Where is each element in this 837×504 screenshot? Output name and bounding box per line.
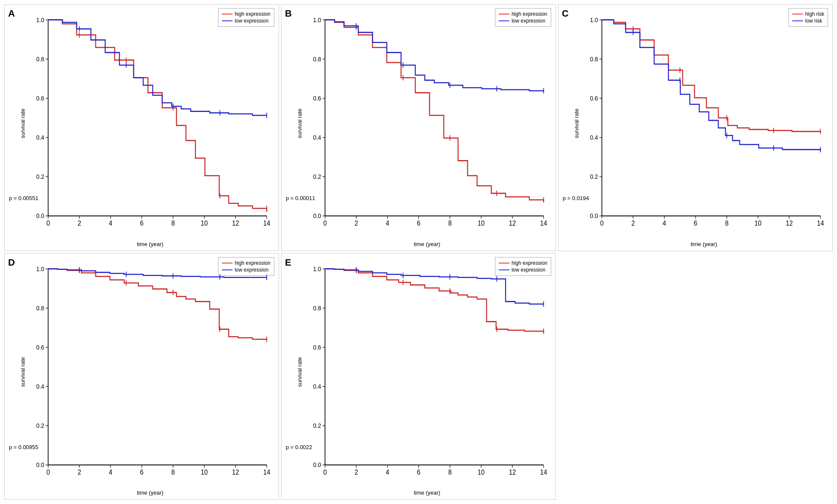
svg-text:0.8: 0.8: [590, 55, 598, 63]
svg-text:1.0: 1.0: [36, 16, 44, 23]
panel-D: Dhigh expressionlow expressionp = 0.0095…: [4, 253, 279, 500]
svg-text:0.4: 0.4: [590, 134, 598, 141]
panel-E: Ehigh expressionlow expressionp = 0.0022…: [281, 253, 556, 500]
svg-text:14: 14: [263, 220, 270, 227]
svg-text:2: 2: [354, 220, 358, 227]
svg-text:6: 6: [417, 220, 420, 227]
svg-text:0.6: 0.6: [590, 94, 598, 102]
chart-svg-B: 024681012140.00.20.40.60.81.0: [301, 9, 553, 238]
svg-text:6: 6: [140, 468, 144, 476]
svg-text:0.8: 0.8: [36, 304, 44, 312]
panel-label-C: C: [562, 8, 569, 19]
svg-text:10: 10: [754, 220, 762, 227]
svg-text:6: 6: [140, 220, 144, 227]
chart-svg-D: 024681012140.00.20.40.60.81.0: [24, 258, 276, 487]
svg-text:1.0: 1.0: [313, 16, 321, 23]
svg-text:0.8: 0.8: [313, 55, 321, 63]
svg-text:6: 6: [417, 468, 420, 476]
x-axis-label: time (year): [414, 241, 440, 247]
panel-A: Ahigh expressionlow expressionp = 0.0055…: [4, 4, 279, 251]
chart-svg-A: 024681012140.00.20.40.60.81.0: [24, 9, 276, 238]
svg-text:4: 4: [386, 468, 389, 476]
svg-text:8: 8: [725, 220, 728, 227]
chart-area-D: survival ratetime (year)024681012140.00.…: [24, 258, 276, 487]
svg-text:14: 14: [540, 468, 547, 476]
svg-text:2: 2: [78, 220, 81, 227]
svg-text:8: 8: [448, 220, 452, 227]
svg-text:2: 2: [78, 468, 81, 476]
svg-text:4: 4: [386, 220, 389, 227]
svg-text:8: 8: [171, 220, 175, 227]
svg-text:0: 0: [600, 220, 604, 227]
panel-B: Bhigh expressionlow expressionp = 0.0001…: [281, 4, 556, 251]
svg-text:0: 0: [46, 468, 50, 476]
chart-area-A: survival ratetime (year)024681012140.00.…: [24, 9, 276, 238]
svg-text:12: 12: [509, 220, 516, 227]
svg-text:0.2: 0.2: [36, 173, 44, 180]
svg-text:2: 2: [631, 220, 635, 227]
svg-text:0.8: 0.8: [313, 304, 321, 312]
svg-text:14: 14: [540, 220, 547, 227]
panel-label-B: B: [285, 8, 292, 19]
svg-text:0.0: 0.0: [36, 212, 44, 220]
svg-text:8: 8: [171, 468, 175, 476]
svg-text:12: 12: [509, 468, 516, 476]
svg-text:0.2: 0.2: [313, 422, 321, 429]
svg-text:0.0: 0.0: [313, 461, 321, 468]
panel-C: Chigh risklow riskp = 0.0194survival rat…: [558, 4, 833, 251]
svg-text:1.0: 1.0: [590, 16, 598, 23]
svg-text:10: 10: [201, 220, 208, 227]
panel-label-D: D: [8, 257, 15, 268]
svg-text:6: 6: [694, 220, 697, 227]
x-axis-label: time (year): [137, 241, 163, 247]
svg-text:0.4: 0.4: [313, 383, 321, 390]
svg-text:14: 14: [817, 220, 824, 227]
svg-text:0: 0: [323, 468, 327, 476]
y-axis-label: survival rate: [20, 357, 26, 387]
svg-text:10: 10: [477, 220, 485, 227]
svg-text:0.0: 0.0: [36, 461, 44, 468]
svg-text:0.4: 0.4: [36, 383, 44, 390]
svg-text:2: 2: [354, 468, 358, 476]
x-axis-label: time (year): [137, 490, 163, 496]
svg-text:0: 0: [46, 220, 50, 227]
y-axis-label: survival rate: [20, 109, 26, 138]
svg-text:0.0: 0.0: [313, 212, 321, 220]
svg-text:4: 4: [109, 468, 112, 476]
x-axis-label: time (year): [414, 490, 440, 496]
chart-area-C: survival ratetime (year)024681012140.00.…: [578, 9, 830, 238]
svg-text:8: 8: [448, 468, 452, 476]
svg-text:12: 12: [786, 220, 793, 227]
svg-text:1.0: 1.0: [313, 265, 321, 272]
svg-text:0.2: 0.2: [313, 173, 321, 180]
svg-text:0: 0: [323, 220, 327, 227]
svg-text:0.0: 0.0: [590, 212, 598, 220]
y-axis-label: survival rate: [296, 357, 303, 387]
svg-text:0.8: 0.8: [36, 55, 44, 63]
main-grid: Ahigh expressionlow expressionp = 0.0055…: [0, 0, 837, 504]
svg-text:12: 12: [232, 468, 239, 476]
svg-text:0.6: 0.6: [313, 94, 321, 102]
chart-area-E: survival ratetime (year)024681012140.00.…: [301, 258, 553, 487]
svg-text:0.4: 0.4: [313, 134, 321, 141]
svg-text:0.2: 0.2: [36, 422, 44, 429]
chart-svg-C: 024681012140.00.20.40.60.81.0: [578, 9, 830, 238]
svg-text:0.6: 0.6: [36, 344, 44, 351]
x-axis-label: time (year): [690, 241, 717, 247]
y-axis-label: survival rate: [296, 109, 303, 138]
svg-text:0.6: 0.6: [36, 94, 44, 102]
chart-area-B: survival ratetime (year)024681012140.00.…: [301, 9, 553, 238]
svg-text:0.2: 0.2: [590, 173, 598, 180]
svg-text:0.6: 0.6: [313, 344, 321, 351]
panel-label-E: E: [285, 257, 291, 268]
svg-text:0.4: 0.4: [36, 134, 44, 141]
svg-text:1.0: 1.0: [36, 265, 44, 272]
y-axis-label: survival rate: [573, 109, 580, 138]
svg-text:12: 12: [232, 220, 239, 227]
svg-text:4: 4: [109, 220, 112, 227]
svg-text:14: 14: [263, 468, 270, 476]
svg-text:4: 4: [663, 220, 666, 227]
chart-svg-E: 024681012140.00.20.40.60.81.0: [301, 258, 553, 487]
panel-label-A: A: [8, 8, 15, 19]
svg-text:10: 10: [201, 468, 208, 476]
